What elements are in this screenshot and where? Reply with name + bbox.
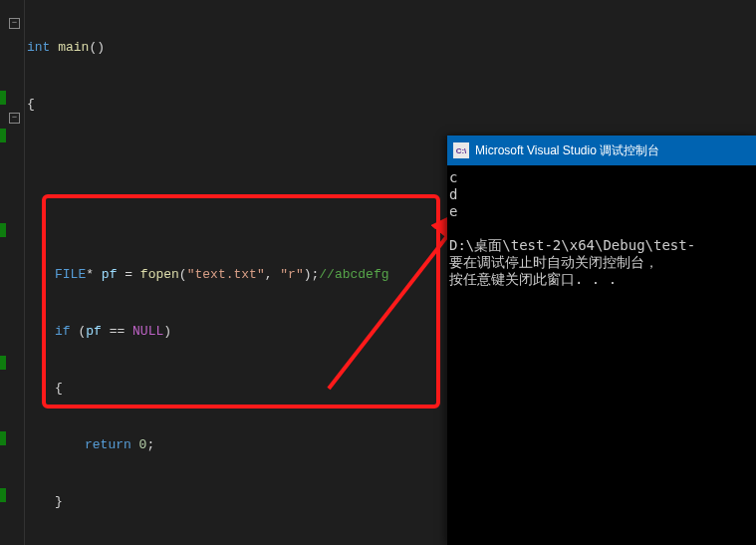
console-title: Microsoft Visual Studio 调试控制台 [475, 142, 659, 159]
marker [0, 91, 6, 105]
fold-toggle-icon[interactable]: − [9, 18, 20, 29]
marker [0, 488, 6, 502]
console-output: cde D:\桌面\test-2\x64\Debug\test-要在调试停止时自… [447, 165, 756, 292]
fold-toggle-icon[interactable]: − [9, 113, 20, 124]
console-window[interactable]: C:\ Microsoft Visual Studio 调试控制台 cde D:… [447, 136, 756, 545]
marker [0, 356, 6, 370]
marker [0, 223, 6, 237]
editor-gutter: − − [0, 0, 25, 545]
marker [0, 431, 6, 445]
console-app-icon: C:\ [453, 142, 469, 158]
code-line: { [25, 95, 756, 114]
code-line: int main() [25, 38, 756, 57]
marker [0, 129, 6, 142]
console-titlebar[interactable]: C:\ Microsoft Visual Studio 调试控制台 [447, 136, 756, 165]
